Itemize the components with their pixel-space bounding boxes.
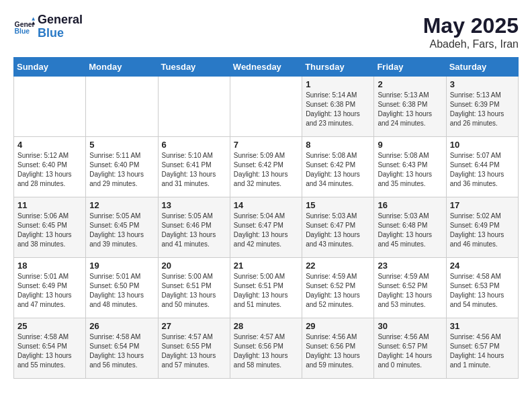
calendar-cell: 23Sunrise: 4:59 AM Sunset: 6:52 PM Dayli… (374, 258, 446, 318)
day-header-friday: Friday (374, 58, 446, 77)
location-subtitle: Abadeh, Fars, Iran (423, 38, 519, 50)
calendar-cell (86, 77, 158, 137)
day-number: 9 (378, 140, 442, 150)
day-number: 29 (306, 321, 370, 331)
cell-content: Sunrise: 5:07 AM Sunset: 6:44 PM Dayligh… (450, 151, 515, 189)
day-number: 24 (450, 261, 515, 271)
cell-content: Sunrise: 5:03 AM Sunset: 6:47 PM Dayligh… (306, 212, 370, 249)
svg-text:Blue: Blue (15, 28, 30, 35)
cell-content: Sunrise: 5:13 AM Sunset: 6:38 PM Dayligh… (378, 91, 442, 128)
calendar-cell: 18Sunrise: 5:01 AM Sunset: 6:49 PM Dayli… (14, 258, 86, 318)
day-number: 14 (234, 200, 298, 210)
day-number: 23 (378, 261, 442, 271)
day-number: 31 (450, 321, 515, 331)
cell-content: Sunrise: 5:01 AM Sunset: 6:50 PM Dayligh… (89, 272, 154, 310)
day-number: 27 (162, 321, 226, 331)
cell-content: Sunrise: 5:05 AM Sunset: 6:45 PM Dayligh… (89, 212, 154, 249)
logo: General Blue General Blue (13, 13, 83, 40)
calendar-cell: 19Sunrise: 5:01 AM Sunset: 6:50 PM Dayli… (86, 258, 158, 318)
cell-content: Sunrise: 5:00 AM Sunset: 6:51 PM Dayligh… (162, 272, 226, 310)
svg-marker-2 (32, 17, 35, 20)
cell-content: Sunrise: 5:08 AM Sunset: 6:43 PM Dayligh… (378, 151, 442, 189)
day-number: 3 (450, 79, 515, 89)
calendar-cell: 2Sunrise: 5:13 AM Sunset: 6:38 PM Daylig… (374, 77, 446, 137)
cell-content: Sunrise: 4:58 AM Sunset: 6:53 PM Dayligh… (450, 272, 515, 310)
calendar-cell: 27Sunrise: 4:57 AM Sunset: 6:55 PM Dayli… (158, 318, 230, 379)
cell-content: Sunrise: 4:59 AM Sunset: 6:52 PM Dayligh… (378, 272, 442, 310)
calendar-cell: 12Sunrise: 5:05 AM Sunset: 6:45 PM Dayli… (86, 197, 158, 258)
calendar-body: 1Sunrise: 5:14 AM Sunset: 6:38 PM Daylig… (14, 77, 519, 379)
calendar-cell: 29Sunrise: 4:56 AM Sunset: 6:56 PM Dayli… (302, 318, 374, 379)
cell-content: Sunrise: 5:04 AM Sunset: 6:47 PM Dayligh… (234, 212, 298, 249)
calendar-cell: 15Sunrise: 5:03 AM Sunset: 6:47 PM Dayli… (302, 197, 374, 258)
cell-content: Sunrise: 5:06 AM Sunset: 6:45 PM Dayligh… (17, 212, 82, 249)
calendar-cell (230, 77, 302, 137)
day-header-tuesday: Tuesday (158, 58, 230, 77)
calendar-cell: 14Sunrise: 5:04 AM Sunset: 6:47 PM Dayli… (230, 197, 302, 258)
day-number: 30 (378, 321, 442, 331)
day-number: 11 (17, 200, 82, 210)
cell-content: Sunrise: 4:58 AM Sunset: 6:54 PM Dayligh… (17, 332, 82, 370)
calendar-cell: 17Sunrise: 5:02 AM Sunset: 6:49 PM Dayli… (446, 197, 518, 258)
calendar-cell: 10Sunrise: 5:07 AM Sunset: 6:44 PM Dayli… (446, 137, 518, 197)
calendar-cell: 13Sunrise: 5:05 AM Sunset: 6:46 PM Dayli… (158, 197, 230, 258)
day-number: 8 (306, 140, 370, 150)
day-number: 20 (162, 261, 226, 271)
cell-content: Sunrise: 5:05 AM Sunset: 6:46 PM Dayligh… (162, 212, 226, 249)
calendar-week-5: 25Sunrise: 4:58 AM Sunset: 6:54 PM Dayli… (14, 318, 519, 379)
cell-content: Sunrise: 4:56 AM Sunset: 6:56 PM Dayligh… (306, 332, 370, 370)
day-header-monday: Monday (86, 58, 158, 77)
day-number: 25 (17, 321, 82, 331)
calendar-cell: 22Sunrise: 4:59 AM Sunset: 6:52 PM Dayli… (302, 258, 374, 318)
cell-content: Sunrise: 4:56 AM Sunset: 6:57 PM Dayligh… (450, 332, 515, 370)
cell-content: Sunrise: 4:56 AM Sunset: 6:57 PM Dayligh… (378, 332, 442, 370)
calendar-week-2: 4Sunrise: 5:12 AM Sunset: 6:40 PM Daylig… (14, 137, 519, 197)
calendar-cell: 26Sunrise: 4:58 AM Sunset: 6:54 PM Dayli… (86, 318, 158, 379)
day-number: 28 (234, 321, 298, 331)
day-number: 22 (306, 261, 370, 271)
calendar-cell (14, 77, 86, 137)
calendar-cell (158, 77, 230, 137)
day-number: 10 (450, 140, 515, 150)
month-title: May 2025 (423, 13, 519, 38)
cell-content: Sunrise: 4:57 AM Sunset: 6:56 PM Dayligh… (234, 332, 298, 370)
day-number: 15 (306, 200, 370, 210)
title-block: May 2025 Abadeh, Fars, Iran (423, 13, 519, 50)
day-number: 7 (234, 140, 298, 150)
calendar-cell: 30Sunrise: 4:56 AM Sunset: 6:57 PM Dayli… (374, 318, 446, 379)
calendar-cell: 11Sunrise: 5:06 AM Sunset: 6:45 PM Dayli… (14, 197, 86, 258)
logo-icon: General Blue (13, 16, 35, 38)
cell-content: Sunrise: 4:57 AM Sunset: 6:55 PM Dayligh… (162, 332, 226, 370)
calendar-cell: 20Sunrise: 5:00 AM Sunset: 6:51 PM Dayli… (158, 258, 230, 318)
cell-content: Sunrise: 4:58 AM Sunset: 6:54 PM Dayligh… (89, 332, 154, 370)
calendar-cell: 8Sunrise: 5:08 AM Sunset: 6:42 PM Daylig… (302, 137, 374, 197)
cell-content: Sunrise: 5:13 AM Sunset: 6:39 PM Dayligh… (450, 91, 515, 128)
cell-content: Sunrise: 5:11 AM Sunset: 6:40 PM Dayligh… (89, 151, 154, 189)
cell-content: Sunrise: 5:02 AM Sunset: 6:49 PM Dayligh… (450, 212, 515, 249)
calendar-week-4: 18Sunrise: 5:01 AM Sunset: 6:49 PM Dayli… (14, 258, 519, 318)
day-number: 16 (378, 200, 442, 210)
calendar-cell: 31Sunrise: 4:56 AM Sunset: 6:57 PM Dayli… (446, 318, 518, 379)
calendar-cell: 9Sunrise: 5:08 AM Sunset: 6:43 PM Daylig… (374, 137, 446, 197)
calendar-cell: 6Sunrise: 5:10 AM Sunset: 6:41 PM Daylig… (158, 137, 230, 197)
page-header: General Blue General Blue May 2025 Abade… (13, 13, 519, 50)
day-header-saturday: Saturday (446, 58, 518, 77)
day-header-sunday: Sunday (14, 58, 86, 77)
calendar-cell: 5Sunrise: 5:11 AM Sunset: 6:40 PM Daylig… (86, 137, 158, 197)
day-number: 21 (234, 261, 298, 271)
day-number: 5 (89, 140, 154, 150)
calendar-cell: 4Sunrise: 5:12 AM Sunset: 6:40 PM Daylig… (14, 137, 86, 197)
day-header-thursday: Thursday (302, 58, 374, 77)
cell-content: Sunrise: 4:59 AM Sunset: 6:52 PM Dayligh… (306, 272, 370, 310)
day-number: 4 (17, 140, 82, 150)
day-number: 12 (89, 200, 154, 210)
day-number: 6 (162, 140, 226, 150)
day-number: 26 (89, 321, 154, 331)
calendar-cell: 21Sunrise: 5:00 AM Sunset: 6:51 PM Dayli… (230, 258, 302, 318)
cell-content: Sunrise: 5:10 AM Sunset: 6:41 PM Dayligh… (162, 151, 226, 189)
cell-content: Sunrise: 5:14 AM Sunset: 6:38 PM Dayligh… (306, 91, 370, 128)
day-number: 17 (450, 200, 515, 210)
calendar-week-3: 11Sunrise: 5:06 AM Sunset: 6:45 PM Dayli… (14, 197, 519, 258)
day-number: 19 (89, 261, 154, 271)
calendar-cell: 25Sunrise: 4:58 AM Sunset: 6:54 PM Dayli… (14, 318, 86, 379)
